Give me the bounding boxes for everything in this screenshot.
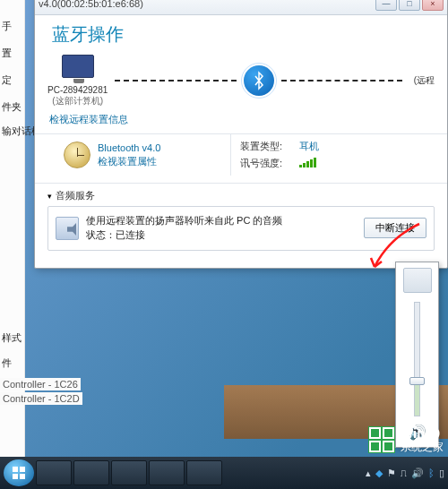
audio-service-header[interactable]: ▾ 音频服务: [47, 189, 435, 202]
local-device-name: PC-289429281: [47, 85, 108, 95]
controller-label: Controller - 1C2D: [0, 392, 82, 405]
task-button[interactable]: [149, 460, 185, 485]
watermark-big: Win10: [401, 426, 444, 442]
watermark-logo: [368, 426, 395, 453]
task-button[interactable]: [73, 460, 109, 485]
svg-rect-1: [20, 467, 25, 472]
devtype-label: 装置类型:: [240, 140, 299, 153]
controller-label: Controller - 1C26: [0, 378, 81, 390]
shield-icon[interactable]: ◆: [375, 468, 383, 479]
task-button[interactable]: [111, 460, 147, 485]
local-device: PC-289429281 (这部计算机): [47, 55, 108, 107]
svg-rect-3: [20, 474, 25, 479]
tray-bluetooth-icon[interactable]: ᛒ: [428, 468, 435, 478]
task-button[interactable]: [36, 460, 72, 485]
svg-rect-2: [13, 474, 18, 479]
chevron-down-icon: ▾: [47, 192, 52, 201]
bgcol-item: 样式: [2, 331, 22, 345]
svg-rect-0: [13, 467, 18, 472]
taskbar[interactable]: ▴ ◆ ⚑ ⎍ 🔊 ᛒ ▯: [0, 457, 448, 489]
tray[interactable]: ▴ ◆ ⚑ ⎍ 🔊 ᛒ ▯: [366, 468, 444, 479]
maximize-button[interactable]: □: [399, 0, 420, 11]
service-desc: 使用远程装置的扬声器聆听来自此 PC 的音频: [86, 214, 357, 228]
output-device-icon[interactable]: [403, 268, 432, 293]
bluetooth-icon: [244, 65, 274, 96]
devtype-value: 耳机: [299, 140, 435, 153]
close-button[interactable]: ×: [422, 0, 444, 11]
volume-thumb[interactable]: [409, 377, 425, 385]
minimize-button[interactable]: —: [375, 0, 397, 11]
bt-version: Bluetooth v4.0: [98, 142, 160, 153]
local-device-sub: (这部计算机): [52, 95, 103, 107]
titlebar[interactable]: v4.0(00:02:5b:01:e6:68) — □ ×: [35, 0, 447, 15]
volume-panel: 🔊: [395, 262, 439, 448]
connection-line: [281, 80, 402, 82]
task-button[interactable]: [186, 460, 222, 485]
bars-icon: [299, 157, 435, 167]
tray-flag-icon[interactable]: ⚑: [387, 468, 396, 479]
bgcol-item: 件夹: [2, 100, 22, 114]
tray-up-icon[interactable]: ▴: [366, 468, 371, 479]
link-view-props[interactable]: 检视装置属性: [98, 155, 160, 168]
bgcol-item: 定: [2, 73, 12, 87]
tray-network-icon[interactable]: ⎍: [401, 468, 407, 478]
window-title: v4.0(00:02:5b:01:e6:68): [39, 0, 374, 9]
start-button[interactable]: [4, 459, 34, 486]
link-view-remote-info[interactable]: 检视远程装置信息: [49, 113, 435, 126]
signal-bars: [299, 157, 435, 170]
clock-icon: [64, 142, 90, 168]
desktop: 手 置 定 件夹 输对话框 样式 件 Controller - 1C26 Con…: [0, 0, 448, 489]
page-heading: 蓝牙操作: [52, 22, 435, 47]
bgcol-item: 置: [2, 47, 12, 60]
connection-line: [115, 80, 236, 82]
remote-device-partial: (远程: [409, 74, 435, 87]
audio-service-box: 使用远程装置的扬声器聆听来自此 PC 的音频 状态：已连接 中断连接: [47, 206, 435, 251]
speaker-icon: [56, 217, 79, 240]
tray-battery-icon[interactable]: ▯: [439, 468, 444, 479]
volume-slider[interactable]: [414, 302, 420, 416]
audio-service-label: 音频服务: [56, 189, 95, 202]
device-pair-row: PC-289429281 (这部计算机) (远程: [47, 52, 435, 109]
bgcol-item: 手: [2, 20, 12, 33]
disconnect-button[interactable]: 中断连接: [364, 218, 426, 238]
separator: [35, 183, 447, 184]
watermark-small: 系统之家: [401, 442, 444, 453]
volume-fill: [415, 382, 419, 416]
state-label: 状态：: [86, 229, 116, 240]
computer-icon: [62, 55, 94, 78]
info-row: Bluetooth v4.0 检视装置属性 装置类型: 耳机 讯号强度:: [47, 134, 435, 176]
bluetooth-window: v4.0(00:02:5b:01:e6:68) — □ × 蓝牙操作 PC-28…: [34, 0, 448, 269]
watermark: Win10 系统之家: [368, 426, 444, 453]
signal-label: 讯号强度:: [240, 157, 299, 170]
tray-speaker-icon[interactable]: 🔊: [411, 468, 424, 479]
state-value: 已连接: [116, 229, 145, 240]
bgcol-item: 件: [2, 356, 12, 370]
